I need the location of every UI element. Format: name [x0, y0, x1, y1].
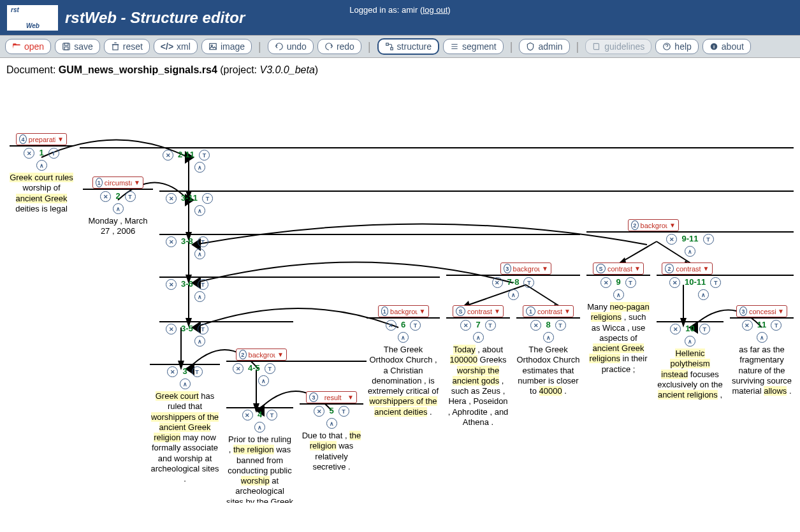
node-10[interactable]: ✕10T ∧ Hellenic polytheism instead focus…: [657, 321, 724, 400]
node-11[interactable]: 3concession▼ ✕11T ∧ as far as the fragme…: [730, 305, 794, 396]
xml-button[interactable]: </>xml: [154, 39, 198, 54]
svg-rect-1: [64, 43, 68, 46]
node-3[interactable]: ✕3T ∧ Greek court has ruled that worship…: [150, 364, 220, 484]
toolbar: open save reset </>xml image | undo redo…: [0, 35, 800, 58]
svg-rect-2: [64, 47, 68, 50]
svg-rect-4: [210, 43, 217, 49]
guidelines-button[interactable]: guidelines: [585, 39, 651, 54]
undo-button[interactable]: undo: [268, 39, 314, 54]
redo-button[interactable]: redo: [317, 39, 361, 54]
rel-concession[interactable]: 3concession▼: [736, 305, 787, 317]
help-button[interactable]: help: [655, 39, 698, 54]
tree-canvas: 4preparation▼ ✕1T ∧ Greek court rules wo…: [3, 95, 794, 503]
rel-circumstance[interactable]: 1circumstance▼: [92, 176, 143, 189]
node-9-11[interactable]: 2background▼ ✕9-11T ∧: [586, 219, 794, 257]
logo: rstWeb: [6, 4, 59, 31]
node-5[interactable]: 3result▼ ✕5T ∧ Due to that , the religio…: [300, 391, 363, 472]
doc-info: Document: GUM_news_worship_signals.rs4 (…: [0, 58, 800, 95]
structure-button[interactable]: structure: [377, 38, 439, 55]
rel-contrast-1011[interactable]: 2contrast▼: [662, 262, 713, 275]
rel-contrast-8[interactable]: 1contrast▼: [523, 305, 574, 317]
svg-text:i: i: [713, 44, 715, 50]
segment-button[interactable]: segment: [443, 39, 504, 54]
rel-contrast-9[interactable]: Scontrast▼: [593, 262, 644, 275]
admin-button[interactable]: admin: [519, 39, 569, 54]
rel-background-78[interactable]: 3background▼: [500, 262, 551, 275]
node-2-11[interactable]: ✕2-11T ∧: [80, 147, 794, 173]
rel-result[interactable]: 3result▼: [306, 391, 357, 403]
rel-background-6[interactable]: 1background▼: [378, 305, 429, 317]
image-button[interactable]: image: [201, 39, 252, 54]
node-3-5[interactable]: ✕3-5T ∧: [159, 321, 293, 347]
node-4-5[interactable]: 2background▼ ✕4-5T ∧: [226, 349, 367, 386]
up-icon[interactable]: ∧: [36, 160, 47, 171]
node-9[interactable]: Scontrast▼ ✕9T ∧ Many neo-pagan religion…: [586, 262, 650, 375]
svg-rect-6: [386, 43, 388, 46]
node-1[interactable]: 4preparation▼ ✕1T ∧ Greek court rules wo…: [10, 133, 73, 214]
open-button[interactable]: open: [5, 39, 51, 54]
t-icon[interactable]: T: [48, 148, 59, 159]
node-6[interactable]: 1background▼ ✕6T ∧ The Greek Orthodox Ch…: [367, 305, 440, 417]
node-4[interactable]: ✕4T ∧ Prior to the ruling , the religion…: [226, 407, 293, 503]
svg-rect-7: [390, 48, 393, 50]
svg-rect-3: [113, 45, 118, 50]
rel-contrast-7[interactable]: Scontrast▼: [453, 305, 504, 317]
about-button[interactable]: iabout: [702, 39, 751, 54]
rel-background[interactable]: 2background▼: [628, 219, 679, 231]
node-7[interactable]: Scontrast▼ ✕7T ∧ Today , about 100000 Gr…: [446, 305, 510, 428]
app-title: rstWeb - Structure editor: [65, 9, 245, 27]
delete-icon[interactable]: ✕: [24, 148, 34, 159]
node-10-11[interactable]: 2contrast▼ ✕10-11T ∧: [657, 262, 794, 300]
reset-button[interactable]: reset: [104, 39, 150, 54]
save-button[interactable]: save: [55, 39, 100, 54]
node-3-8[interactable]: ✕3-8T ∧: [159, 234, 580, 259]
rel-preparation[interactable]: 4preparation▼: [16, 133, 67, 145]
node-3-6[interactable]: ✕3-6T ∧: [159, 277, 440, 302]
login-status: Logged in as: amir (log out): [349, 5, 450, 15]
node-2[interactable]: 1circumstance▼ ✕2T ∧ Monday , March 27 ,…: [83, 176, 153, 237]
node-8[interactable]: 1contrast▼ ✕8T ∧ The Greek Orthodox Chur…: [516, 305, 580, 396]
logout-link[interactable]: log out: [423, 5, 447, 15]
node-7-8[interactable]: 3background▼ ✕7-8T ∧: [446, 262, 580, 300]
rel-background-45[interactable]: 2background▼: [236, 349, 287, 361]
node-3-11[interactable]: ✕3-11T ∧: [159, 191, 794, 216]
